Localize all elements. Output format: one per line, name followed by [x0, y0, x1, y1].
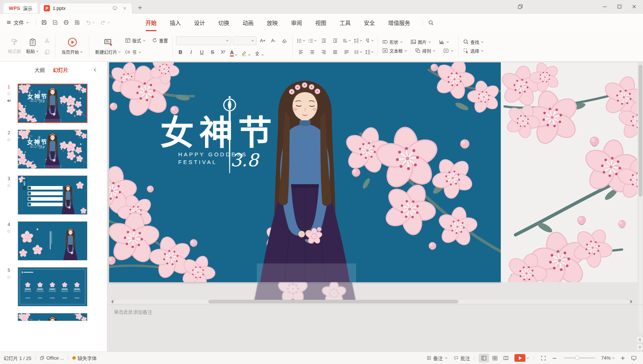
tab-premium[interactable]: 增值服务 — [388, 14, 410, 31]
document-tab[interactable]: P 1.pptx — [40, 3, 132, 14]
zoom-slider-knob[interactable] — [575, 356, 579, 360]
fit-window-button[interactable] — [629, 354, 639, 363]
notes-placeholder[interactable]: 单击此处添加备注 — [114, 308, 643, 315]
scroll-right-arrow[interactable] — [631, 300, 634, 303]
align-center-button[interactable] — [308, 48, 317, 57]
tab-tools[interactable]: 工具 — [340, 14, 351, 31]
slide-thumbnail-1[interactable] — [18, 84, 87, 123]
distribute-button[interactable] — [342, 48, 351, 57]
slide-thumbnail-4[interactable] — [18, 221, 87, 261]
copy-button[interactable] — [42, 48, 52, 57]
shrink-font-button[interactable]: A- — [269, 36, 278, 45]
decrease-indent-button[interactable] — [319, 36, 328, 45]
reset-button[interactable]: 重置 — [151, 35, 169, 46]
missing-font-warning[interactable]: 缺失字体 — [72, 354, 97, 361]
overflow-artwork-right[interactable] — [501, 62, 637, 282]
slideshow-play-button[interactable] — [514, 354, 525, 362]
close-tab-button[interactable] — [121, 5, 128, 12]
minimize-button[interactable] — [597, 0, 612, 13]
export-pdf-button[interactable] — [52, 19, 58, 25]
tab-transitions[interactable]: 切换 — [218, 14, 229, 31]
textbox-button[interactable]: 文本框 — [381, 48, 409, 54]
section-button[interactable]: 节 — [124, 47, 147, 57]
slideshow-options-chevron[interactable] — [526, 356, 529, 360]
fit-slide-button[interactable] — [538, 354, 549, 363]
maximize-button[interactable] — [612, 0, 627, 13]
sound-icon[interactable] — [7, 98, 11, 103]
find-button[interactable]: 查找 — [462, 39, 485, 45]
tab-slideshow[interactable]: 放映 — [267, 14, 278, 31]
vertical-scroll-thumb[interactable] — [639, 65, 642, 197]
slide-sorter-view-button[interactable] — [490, 354, 500, 363]
undo-button[interactable] — [85, 19, 95, 25]
tab-design[interactable]: 设计 — [194, 14, 205, 31]
slide-thumbnail-2[interactable] — [18, 130, 87, 169]
star-icon[interactable]: ☆ — [7, 183, 11, 188]
tab-animations[interactable]: 动画 — [243, 14, 254, 31]
tab-home[interactable]: 开始 — [146, 14, 157, 31]
print-button[interactable] — [63, 19, 69, 25]
search-button[interactable] — [428, 19, 434, 25]
outline-tab[interactable]: 大纲 — [35, 66, 45, 73]
zoom-slider[interactable] — [564, 357, 595, 358]
notes-area[interactable]: 单击此处添加备注 — [107, 305, 643, 352]
save-button[interactable] — [41, 19, 47, 25]
close-window-button[interactable] — [627, 0, 642, 13]
clear-format-button[interactable] — [280, 36, 289, 45]
font-family-select[interactable] — [176, 36, 231, 45]
strikethrough-button[interactable]: S — [208, 48, 217, 57]
tab-insert[interactable]: 插入 — [170, 14, 181, 31]
paragraph-settings-button[interactable] — [364, 36, 374, 45]
spacing-options-button[interactable] — [364, 48, 374, 57]
play-from-current-button[interactable]: 当页开始 — [59, 33, 86, 59]
paste-button[interactable]: 粘贴 — [24, 33, 42, 59]
file-menu-button[interactable]: 文件 — [6, 19, 29, 26]
insert-media-button[interactable] — [442, 48, 455, 54]
normal-view-button[interactable] — [479, 354, 489, 363]
redo-button[interactable] — [100, 19, 110, 25]
font-color-button[interactable]: A — [229, 48, 238, 57]
text-direction-button[interactable] — [342, 36, 351, 45]
picture-button[interactable]: 图片 — [409, 39, 432, 45]
app-tab[interactable]: WPS 演示 — [4, 3, 37, 13]
bullet-list-button[interactable] — [296, 36, 306, 45]
tab-review[interactable]: 审阅 — [291, 14, 302, 31]
font-size-select[interactable] — [233, 36, 256, 45]
italic-button[interactable]: I — [187, 48, 195, 57]
columns-button[interactable] — [353, 48, 363, 57]
print-preview-button[interactable] — [74, 19, 80, 25]
tab-view[interactable]: 视图 — [315, 14, 326, 31]
format-painter-button[interactable]: 格式刷 — [5, 33, 24, 59]
slide-thumbnail-3[interactable] — [18, 175, 87, 215]
slide-thumbnail-6[interactable] — [18, 313, 87, 321]
increase-indent-button[interactable] — [330, 36, 340, 45]
new-tab-button[interactable] — [135, 3, 145, 12]
star-icon[interactable]: ☆ — [7, 92, 11, 96]
tab-security[interactable]: 安全 — [364, 14, 375, 31]
line-spacing-button[interactable] — [353, 36, 363, 45]
align-left-button[interactable] — [296, 48, 306, 57]
scroll-left-arrow[interactable] — [109, 300, 113, 303]
horizontal-scroll-thumb[interactable] — [208, 300, 458, 303]
horizontal-scrollbar[interactable] — [109, 299, 634, 304]
star-icon[interactable]: ☆ — [7, 229, 11, 234]
star-icon[interactable]: ☆ — [7, 275, 11, 280]
zoom-value[interactable]: 74% — [601, 355, 615, 361]
arrange-button[interactable]: 排列 — [414, 48, 437, 54]
star-icon[interactable]: ☆ — [7, 138, 11, 142]
bold-button[interactable]: B — [176, 48, 185, 57]
reading-view-button[interactable] — [501, 354, 511, 363]
collapse-panel-button[interactable] — [93, 68, 97, 72]
underline-button[interactable]: U — [197, 48, 206, 57]
slides-tab[interactable]: 幻灯片 — [53, 66, 68, 73]
shapes-button[interactable]: 形状 — [381, 39, 404, 45]
present-to-screen-icon[interactable] — [111, 5, 118, 12]
slide-canvas[interactable] — [109, 62, 501, 282]
new-slide-button[interactable]: 新建幻灯片 — [93, 33, 124, 59]
align-right-button[interactable] — [319, 48, 328, 57]
highlight-button[interactable] — [240, 48, 252, 57]
superscript-button[interactable]: X² — [219, 48, 227, 57]
zoom-out-button[interactable] — [549, 354, 560, 363]
insert-chart-button[interactable] — [438, 39, 450, 45]
phonetic-guide-button[interactable] — [254, 48, 265, 57]
